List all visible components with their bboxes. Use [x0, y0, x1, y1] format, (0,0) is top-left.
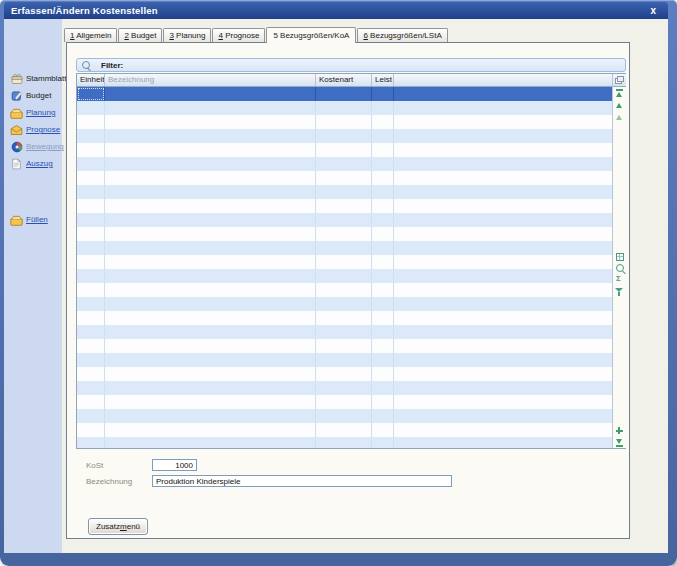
table-row[interactable] — [77, 101, 612, 115]
table-cell — [394, 381, 612, 395]
table-row-selected[interactable] — [77, 87, 612, 101]
table-row[interactable] — [77, 115, 612, 129]
table-cell — [105, 367, 316, 381]
table-cell — [394, 353, 612, 367]
table-row[interactable] — [77, 171, 612, 185]
table-row[interactable] — [77, 143, 612, 157]
grid-icon[interactable] — [616, 253, 624, 261]
table-cell — [394, 269, 612, 283]
table-row[interactable] — [77, 199, 612, 213]
table-row[interactable] — [77, 423, 612, 437]
tab-budget[interactable]: 2 Budget — [118, 28, 162, 42]
table-cell — [77, 129, 105, 143]
bezeichnung-label: Bezeichnung — [86, 477, 152, 486]
sidebar-item-budget[interactable]: Budget — [4, 87, 62, 104]
scroll-top-icon[interactable] — [615, 89, 624, 98]
table-row[interactable] — [77, 185, 612, 199]
table-cell — [316, 283, 372, 297]
table-cell — [316, 185, 372, 199]
filter-search-icon — [82, 61, 90, 69]
table-cell — [316, 353, 372, 367]
add-icon[interactable] — [615, 426, 624, 435]
table-cell — [394, 157, 612, 171]
table-row[interactable] — [77, 227, 612, 241]
column-header-bezeichnung[interactable]: Bezeichnung — [105, 74, 316, 86]
filter-bar[interactable]: Filter: — [76, 58, 626, 72]
tab-allgemein[interactable]: 1 Allgemein — [64, 28, 117, 42]
table-row[interactable] — [77, 353, 612, 367]
rail-group-middle — [615, 252, 624, 296]
sidebar-item-stammblatt[interactable]: Stammblatt — [4, 70, 62, 87]
table-row[interactable] — [77, 311, 612, 325]
table-row[interactable] — [77, 409, 612, 423]
table-cell — [77, 213, 105, 227]
sidebar: StammblattBudgetPlanungPrognoseBewegungA… — [4, 19, 62, 553]
table-row[interactable] — [77, 283, 612, 297]
table-cell — [77, 157, 105, 171]
table-cell — [77, 325, 105, 339]
table-cell — [316, 213, 372, 227]
grid-table: EinheitBezeichnungKostenartLeist — [77, 74, 612, 448]
page-up-icon[interactable] — [615, 113, 624, 122]
table-row[interactable] — [77, 255, 612, 269]
tab-planung[interactable]: 3 Planung — [163, 28, 211, 42]
filter-funnel-icon[interactable] — [615, 287, 624, 296]
table-row[interactable] — [77, 339, 612, 353]
table-row[interactable] — [77, 381, 612, 395]
table-row[interactable] — [77, 367, 612, 381]
table-cell — [105, 269, 316, 283]
table-cell — [77, 297, 105, 311]
column-header-leist[interactable]: Leist — [372, 74, 394, 86]
table-cell — [394, 339, 612, 353]
table-cell — [372, 213, 394, 227]
kost-input[interactable] — [152, 459, 197, 471]
table-cell — [105, 381, 316, 395]
row-up-icon[interactable] — [615, 101, 624, 110]
search-icon[interactable] — [616, 264, 624, 272]
column-header-empty[interactable] — [394, 74, 612, 86]
table-row[interactable] — [77, 241, 612, 255]
table-row[interactable] — [77, 325, 612, 339]
table-cell — [372, 297, 394, 311]
table-cell — [316, 157, 372, 171]
rail-body — [613, 87, 626, 448]
table-cell — [77, 423, 105, 437]
tab-bezugsgroessen-lsta[interactable]: 6 Bezugsgrößen/LStA — [357, 28, 447, 42]
table-row[interactable] — [77, 157, 612, 171]
table-cell — [105, 227, 316, 241]
close-button[interactable]: x — [645, 5, 661, 16]
zusatzmenu-button[interactable]: Zusatzmenü — [88, 518, 148, 535]
column-header-einheit[interactable]: Einheit — [77, 74, 105, 86]
sidebar-item-auszug[interactable]: Auszug — [4, 155, 62, 172]
sidebar-item-bewegung[interactable]: Bewegung — [4, 138, 62, 155]
table-cell — [77, 255, 105, 269]
tab-bezugsgroessen-koa[interactable]: 5 Bezugsgrößen/KoA — [266, 27, 356, 43]
sum-icon[interactable] — [615, 275, 624, 284]
table-row[interactable] — [77, 129, 612, 143]
table-cell — [394, 423, 612, 437]
table-cell — [394, 87, 612, 101]
scroll-bottom-icon[interactable] — [615, 438, 624, 447]
column-header-kostenart[interactable]: Kostenart — [316, 74, 372, 86]
table-row[interactable] — [77, 297, 612, 311]
table-cell — [105, 199, 316, 213]
column-options-icon[interactable] — [615, 76, 624, 84]
table-cell — [372, 381, 394, 395]
sidebar-item-planung[interactable]: Planung — [4, 104, 62, 121]
filter-label: Filter: — [101, 61, 123, 70]
tab-prognose[interactable]: 4 Prognose — [212, 28, 265, 42]
table-row[interactable] — [77, 269, 612, 283]
table-row[interactable] — [77, 213, 612, 227]
table-cell — [77, 395, 105, 409]
grid-header: EinheitBezeichnungKostenartLeist — [77, 74, 612, 87]
sidebar-item-prognose[interactable]: Prognose — [4, 121, 62, 138]
table-cell — [316, 115, 372, 129]
table-cell — [316, 87, 372, 101]
table-cell — [105, 185, 316, 199]
table-cell — [316, 227, 372, 241]
table-cell — [394, 325, 612, 339]
table-row[interactable] — [77, 395, 612, 409]
bezeichnung-input[interactable] — [152, 475, 452, 487]
sidebar-item-fuellen[interactable]: Füllen — [4, 211, 62, 228]
table-row[interactable] — [77, 437, 612, 448]
